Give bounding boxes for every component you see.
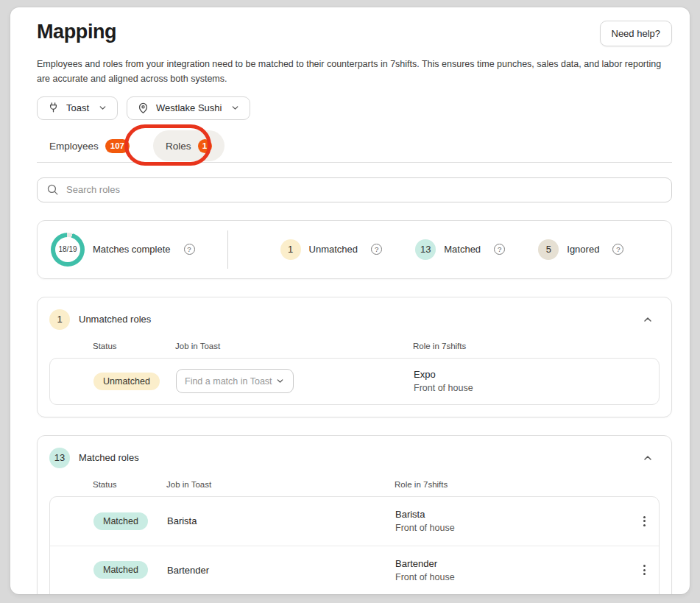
chevron-down-icon <box>230 103 240 113</box>
status-badge: Matched <box>93 512 148 530</box>
filter-bar: Toast Westlake Sushi <box>37 96 672 120</box>
ignored-stat: 5 Ignored ? <box>538 239 623 260</box>
unmatched-section-header: 1 Unmatched roles <box>49 309 660 330</box>
tab-bar: Employees 107 Roles 1 <box>37 130 672 163</box>
column-job-in-toast: Job in Toast <box>175 342 413 350</box>
job-name: Barista <box>167 515 395 526</box>
integration-dropdown[interactable]: Toast <box>37 96 118 120</box>
matched-count-badge: 13 <box>415 239 436 260</box>
role-department: Front of house <box>395 523 629 533</box>
kebab-menu-icon[interactable] <box>639 512 650 531</box>
chevron-down-icon <box>275 376 285 386</box>
integration-value: Toast <box>66 102 89 113</box>
kebab-menu-icon[interactable] <box>639 560 650 579</box>
chevron-up-icon <box>642 314 654 325</box>
location-pin-icon <box>137 102 149 114</box>
role-cell: Barista Front of house <box>395 509 629 533</box>
tab-employees-count-badge: 107 <box>105 139 130 153</box>
need-help-button[interactable]: Need help? <box>600 21 673 46</box>
progress-donut-chart: 18/19 <box>51 233 85 267</box>
role-department: Front of house <box>414 383 659 393</box>
matched-rows: Matched Barista Barista Front of house M… <box>49 496 660 595</box>
collapse-section-button[interactable] <box>636 449 660 467</box>
matched-section-count-badge: 13 <box>49 448 70 468</box>
column-status: Status <box>93 480 166 489</box>
help-icon[interactable]: ? <box>612 244 623 255</box>
matched-section-title: Matched roles <box>79 452 139 463</box>
status-badge: Unmatched <box>93 373 160 390</box>
progress-fraction: 18/19 <box>55 237 80 262</box>
search-icon <box>46 183 59 196</box>
search-input[interactable] <box>66 184 662 195</box>
location-value: Westlake Sushi <box>156 102 222 113</box>
page-title: Mapping <box>37 21 116 43</box>
unmatched-section-count-badge: 1 <box>49 309 70 330</box>
help-icon[interactable]: ? <box>494 244 505 255</box>
unmatched-roles-section: 1 Unmatched roles Status Job in Toast Ro… <box>37 297 672 417</box>
tab-employees-label: Employees <box>49 141 99 152</box>
summary-stats: 1 Unmatched ? 13 Matched ? 5 Ignored ? <box>228 239 658 260</box>
tab-roles-count-badge: 1 <box>198 139 212 153</box>
search-field <box>37 177 672 202</box>
table-row: Matched Barista Barista Front of house <box>50 497 659 546</box>
clipped-table-row <box>50 594 659 595</box>
match-summary-bar: 18/19 Matches complete ? 1 Unmatched ? 1… <box>37 220 672 279</box>
table-row: Matched Bartender Bartender Front of hou… <box>50 546 659 594</box>
ignored-count-badge: 5 <box>538 239 559 260</box>
ignored-label: Ignored <box>567 244 599 255</box>
job-name: Bartender <box>167 565 395 576</box>
tab-employees[interactable]: Employees 107 <box>37 130 142 161</box>
table-column-headers: Status Job in Toast Role in 7shifts <box>49 342 660 350</box>
unmatched-section-title: Unmatched roles <box>79 314 151 325</box>
status-badge: Matched <box>93 561 148 579</box>
chevron-up-icon <box>642 452 654 464</box>
role-department: Front of house <box>395 572 629 582</box>
help-icon[interactable]: ? <box>184 244 195 255</box>
matches-complete-group: 18/19 Matches complete ? <box>51 233 227 267</box>
page-header: Mapping Need help? <box>37 21 672 46</box>
matched-roles-section: 13 Matched roles Status Job in Toast Rol… <box>37 435 672 595</box>
matched-label: Matched <box>444 244 481 255</box>
plug-icon <box>47 102 60 114</box>
column-role-in-7shifts: Role in 7shifts <box>395 480 630 489</box>
role-cell: Expo Front of house <box>414 369 659 393</box>
page-description: Employees and roles from your integratio… <box>37 57 672 87</box>
location-dropdown[interactable]: Westlake Sushi <box>127 96 250 120</box>
table-column-headers: Status Job in Toast Role in 7shifts <box>49 480 660 489</box>
role-name: Bartender <box>395 558 629 569</box>
column-job-in-toast: Job in Toast <box>166 480 395 489</box>
mapping-panel: Mapping Need help? Employees and roles f… <box>10 7 690 594</box>
unmatched-count-badge: 1 <box>280 239 301 260</box>
unmatched-label: Unmatched <box>309 244 358 255</box>
matched-stat: 13 Matched ? <box>415 239 505 260</box>
tab-roles[interactable]: Roles 1 <box>153 130 225 161</box>
help-icon[interactable]: ? <box>371 244 382 255</box>
role-name: Barista <box>395 509 629 520</box>
chevron-down-icon <box>98 103 107 113</box>
matches-complete-label: Matches complete <box>93 244 171 255</box>
column-status: Status <box>93 342 175 350</box>
table-row: Unmatched Find a match in Toast Expo Fro… <box>50 359 659 404</box>
column-role-in-7shifts: Role in 7shifts <box>413 342 660 350</box>
role-cell: Bartender Front of house <box>395 558 629 582</box>
matched-section-header: 13 Matched roles <box>49 448 660 468</box>
find-match-placeholder: Find a match in Toast <box>185 376 272 387</box>
unmatched-rows: Unmatched Find a match in Toast Expo Fro… <box>49 358 660 405</box>
role-name: Expo <box>414 369 659 380</box>
find-match-select[interactable]: Find a match in Toast <box>176 369 294 393</box>
tab-roles-label: Roles <box>166 141 191 152</box>
unmatched-stat: 1 Unmatched ? <box>280 239 382 260</box>
collapse-section-button[interactable] <box>636 311 660 328</box>
